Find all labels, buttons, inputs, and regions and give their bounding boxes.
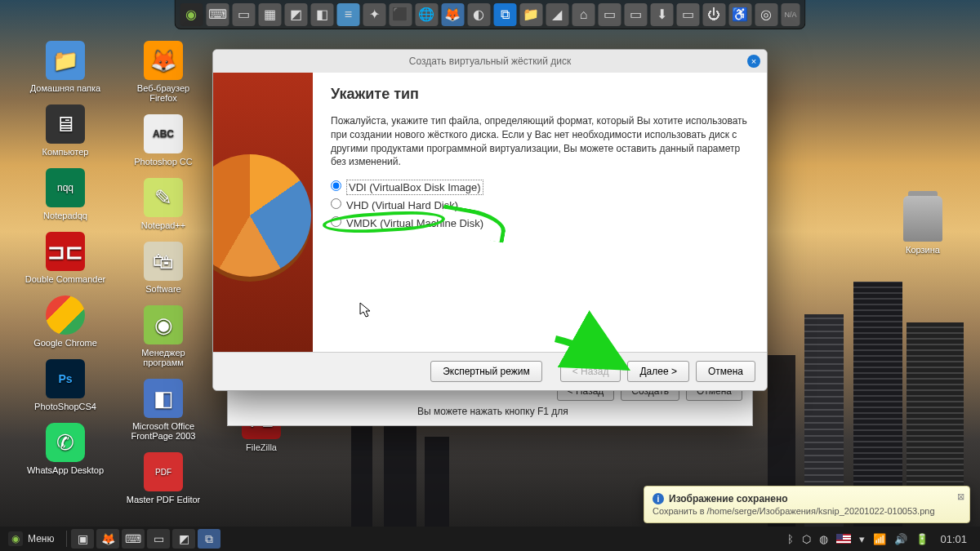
dock-accessibility-icon[interactable]: ♿ xyxy=(728,3,751,26)
radio-vhd[interactable]: VHD (Virtual Hard Disk) xyxy=(331,198,749,211)
wizard-description: Пожалуйста, укажите тип файла, определяю… xyxy=(331,114,749,169)
radio-input-vmdk[interactable] xyxy=(331,216,341,227)
taskbar-app-icon[interactable]: ◩ xyxy=(172,529,195,549)
dock-app-icon[interactable]: ◧ xyxy=(310,3,333,26)
program-manager-icon: ◉ xyxy=(144,305,183,344)
master-pdf-icon: PDF xyxy=(144,452,183,491)
tray-icon[interactable]: ◍ xyxy=(819,533,828,545)
radio-vmdk[interactable]: VMDK (Virtual Machine Disk) xyxy=(331,216,749,229)
frontpage-icon: ◧ xyxy=(144,379,183,418)
firefox-icon: 🦊 xyxy=(144,41,183,80)
dock-folder-icon[interactable]: ▭ xyxy=(598,3,621,26)
dock-app-icon[interactable]: ⬛ xyxy=(389,3,412,26)
icon-label: Веб-браузер Firefox xyxy=(122,83,204,103)
notification-toast[interactable]: i Изображение сохранено Сохранить в /hom… xyxy=(644,486,970,523)
software-icon: 🛍 xyxy=(144,242,183,281)
desktop-icon-whatsapp[interactable]: ✆WhatsApp Desktop xyxy=(24,423,106,475)
dock-virtualbox-icon[interactable]: ⧉ xyxy=(493,3,516,26)
dock-firefox-icon[interactable]: 🦊 xyxy=(441,3,464,26)
taskbar-virtualbox-icon[interactable]: ⧉ xyxy=(198,529,220,549)
dock-power-icon[interactable]: ⏻ xyxy=(702,3,725,26)
radio-input-vhd[interactable] xyxy=(331,198,341,209)
behind-hint: Вы можете нажать кнопку F1 для xyxy=(417,406,742,417)
dock-download-icon[interactable]: ⬇ xyxy=(650,3,673,26)
bluetooth-icon[interactable]: ᛒ xyxy=(787,533,794,545)
dock-app-icon[interactable]: ✦ xyxy=(363,3,385,26)
icon-label: Notepad++ xyxy=(122,220,204,230)
dock-folder-icon[interactable]: 📁 xyxy=(519,3,542,26)
icon-label: Google Chrome xyxy=(24,338,106,348)
taskbar-show-desktop-icon[interactable]: ▣ xyxy=(71,529,94,549)
pie-chart-icon xyxy=(212,154,311,277)
shield-icon[interactable]: ⬡ xyxy=(802,533,811,545)
trash-label: Корзина xyxy=(890,245,956,255)
dock-files-icon[interactable]: ▭ xyxy=(232,3,255,26)
desktop-icon-computer[interactable]: 🖥Компьютер xyxy=(24,104,106,157)
tray-icon[interactable]: ▾ xyxy=(859,533,865,545)
disk-type-radios: VDI (VirtualBox Disk Image)VHD (Virtual … xyxy=(331,180,749,229)
close-icon[interactable]: × xyxy=(747,55,760,68)
taskbar-files-icon[interactable]: ▭ xyxy=(147,529,170,549)
desktop-icon-frontpage[interactable]: ◧Microsoft Office FrontPage 2003 xyxy=(122,379,204,441)
toast-close-icon[interactable]: ⊠ xyxy=(957,491,964,502)
desktop-icon-photoshop-cc[interactable]: ABCPhotoshop CC xyxy=(122,114,204,167)
create-disk-wizard: Создать виртуальный жёсткий диск × Укажи… xyxy=(212,49,768,391)
dock-libreoffice-icon[interactable]: ≡ xyxy=(336,3,359,26)
wizard-sidebar xyxy=(213,73,313,352)
icon-label: Photoshop CC xyxy=(122,157,204,167)
desktop-icon-software[interactable]: 🛍Software xyxy=(122,242,204,294)
keyboard-layout-icon[interactable] xyxy=(836,534,851,544)
dock-app-icon[interactable]: ◎ xyxy=(755,3,777,26)
start-menu-button[interactable]: ◉ Меню xyxy=(5,531,62,546)
desktop-icon-master-pdf[interactable]: PDFMaster PDF Editor xyxy=(122,452,204,504)
back-button[interactable]: < Назад xyxy=(560,361,621,382)
icon-label: Менеджер программ xyxy=(122,348,204,367)
taskbar-firefox-icon[interactable]: 🦊 xyxy=(96,529,119,549)
network-icon[interactable]: 📶 xyxy=(873,533,886,545)
dock-folder-icon[interactable]: ▭ xyxy=(624,3,647,26)
dock-app-icon[interactable]: ◢ xyxy=(546,3,568,26)
mint-icon: ◉ xyxy=(8,531,23,546)
home-folder-icon: 📁 xyxy=(46,41,85,80)
desktop-icon-firefox[interactable]: 🦊Веб-браузер Firefox xyxy=(122,41,204,103)
icon-label: Software xyxy=(122,284,204,294)
radio-input-vdi[interactable] xyxy=(331,180,341,191)
notepadpp-icon: ✎ xyxy=(144,178,183,217)
dock-app-icon[interactable]: ◐ xyxy=(467,3,490,26)
icon-label: Компьютер xyxy=(24,147,106,157)
dock-app-icon[interactable]: ▦ xyxy=(258,3,281,26)
trash[interactable]: Корзина xyxy=(890,196,956,255)
icon-label: WhatsApp Desktop xyxy=(24,465,106,475)
desktop-icon-notepadqq[interactable]: nqqNotepadqq xyxy=(24,168,106,220)
top-dock: ◉ ⌨ ▭ ▦ ◩ ◧ ≡ ✦ ⬛ 🌐 🦊 ◐ ⧉ 📁 ◢ ⌂ ▭ ▭ ⬇ ▭ … xyxy=(174,0,805,29)
dock-mint-icon[interactable]: ◉ xyxy=(180,3,203,26)
wizard-title: Создать виртуальный жёсткий диск xyxy=(409,56,571,67)
battery-icon[interactable]: 🔋 xyxy=(915,533,929,545)
desktop-icon-photoshop-cs4[interactable]: PsPhotoShopCS4 xyxy=(24,359,106,411)
toast-body: Сохранить в /home/serge/Изображения/ksni… xyxy=(653,506,961,516)
desktop-icon-google-chrome[interactable]: Google Chrome xyxy=(24,295,106,348)
volume-icon[interactable]: 🔊 xyxy=(894,533,907,545)
expert-mode-button[interactable]: Экспертный режим xyxy=(430,361,542,382)
icon-label: FileZilla xyxy=(220,442,302,452)
desktop-icon-program-manager[interactable]: ◉Менеджер программ xyxy=(122,305,204,367)
wizard-titlebar[interactable]: Создать виртуальный жёсткий диск × xyxy=(213,50,767,73)
dock-home-icon[interactable]: ⌂ xyxy=(572,3,595,26)
taskbar-terminal-icon[interactable]: ⌨ xyxy=(122,529,145,549)
dock-folder-icon[interactable]: ▭ xyxy=(676,3,699,26)
desktop-icon-double-commander[interactable]: ⊐⊏Double Commander xyxy=(24,232,106,284)
toast-title: Изображение сохранено xyxy=(669,493,788,504)
clock[interactable]: 01:01 xyxy=(937,533,970,545)
dock-seamonkey-icon[interactable]: 🌐 xyxy=(415,3,438,26)
trash-icon xyxy=(903,196,942,242)
desktop-icon-home-folder[interactable]: 📁Домашняя папка xyxy=(24,41,106,93)
double-commander-icon: ⊐⊏ xyxy=(46,232,85,271)
dock-app-icon[interactable]: ◩ xyxy=(284,3,307,26)
icon-label: Notepadqq xyxy=(24,211,106,220)
icon-label: Master PDF Editor xyxy=(122,495,204,504)
next-button[interactable]: Далее > xyxy=(627,361,689,382)
cancel-button[interactable]: Отмена xyxy=(696,361,755,382)
desktop-icon-notepadpp[interactable]: ✎Notepad++ xyxy=(122,178,204,230)
radio-vdi[interactable]: VDI (VirtualBox Disk Image) xyxy=(331,180,749,193)
dock-terminal-icon[interactable]: ⌨ xyxy=(206,3,229,26)
